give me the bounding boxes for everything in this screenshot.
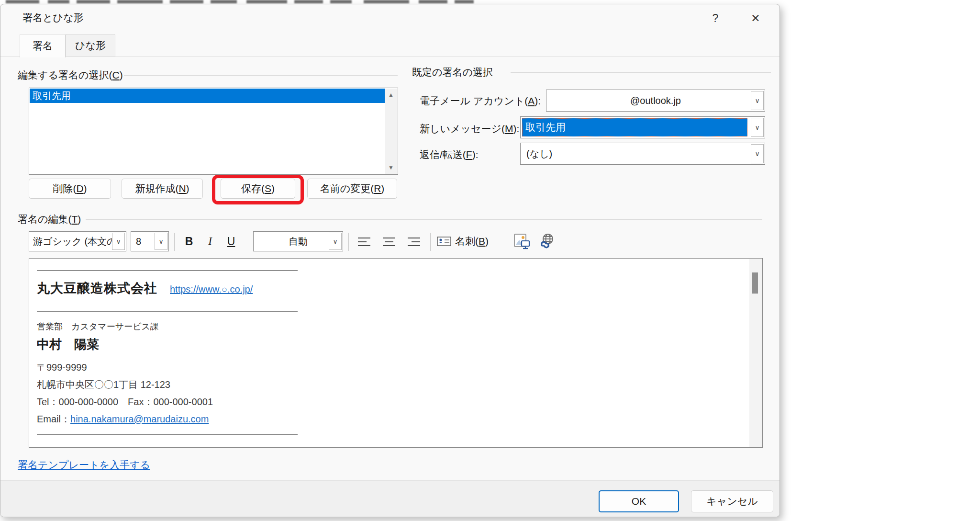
business-card-button[interactable]: 名刺(B)	[437, 231, 504, 251]
company-website-link[interactable]: https://www.○.co.jp/	[170, 284, 253, 295]
dialog-title: 署名とひな形	[22, 11, 83, 24]
ok-button[interactable]: OK	[599, 490, 679, 512]
reply-forward-label: 返信/転送(F):	[420, 148, 478, 161]
bold-button[interactable]: B	[179, 231, 199, 251]
font-color-select[interactable]: 自動 ∨	[253, 231, 343, 251]
address-line: 札幌市中央区〇〇1丁目 12-123	[37, 378, 170, 391]
insert-hyperlink-icon[interactable]	[535, 231, 558, 251]
toolbar-separator	[430, 233, 431, 251]
dialog-footer: OK キャンセル	[0, 480, 780, 517]
list-scrollbar[interactable]: ▲ ▼	[385, 89, 397, 174]
new-button[interactable]: 新規作成(N)	[122, 179, 203, 199]
toolbar-separator	[507, 233, 507, 251]
edit-signature-label: 署名の編集(T)	[18, 213, 81, 226]
chevron-down-icon[interactable]: ∨	[751, 118, 764, 137]
font-name: 游ゴシック (本文の	[33, 235, 117, 248]
chevron-down-icon[interactable]: ∨	[112, 233, 125, 250]
signature-divider	[37, 311, 298, 312]
signature-divider	[37, 270, 298, 271]
chevron-down-icon[interactable]: ∨	[155, 233, 167, 250]
scrollbar-thumb[interactable]	[752, 272, 758, 294]
group-divider	[511, 72, 771, 73]
email-label: Email：	[37, 414, 70, 424]
email-account-label: 電子メール アカウント(A):	[420, 94, 541, 108]
email-account-select[interactable]: @outlook.jp ∨	[546, 90, 765, 112]
toolbar-separator	[174, 233, 175, 251]
tab-signature[interactable]: 署名	[20, 34, 66, 57]
edit-select-label: 編集する署名の選択(C)	[18, 68, 123, 82]
email-link[interactable]: hina.nakamura@marudaizu.com	[70, 414, 209, 424]
person-name: 中村 陽菜	[37, 336, 99, 353]
new-message-select[interactable]: 取引先用 ∨	[520, 116, 765, 138]
company-name: 丸大豆醸造株式会社	[37, 280, 157, 297]
delete-button[interactable]: 削除(D)	[29, 179, 111, 199]
signature-editor[interactable]: 丸大豆醸造株式会社 https://www.○.co.jp/ 営業部 カスタマー…	[29, 258, 763, 448]
help-icon[interactable]: ?	[705, 9, 726, 27]
signature-divider	[37, 434, 298, 435]
scroll-down-icon[interactable]: ▼	[385, 161, 397, 174]
align-left-icon[interactable]	[354, 233, 375, 250]
chevron-down-icon[interactable]: ∨	[751, 91, 764, 110]
align-center-icon[interactable]	[379, 233, 400, 250]
italic-button[interactable]: I	[200, 231, 220, 251]
rename-button[interactable]: 名前の変更(R)	[307, 179, 397, 199]
reply-forward-value: (なし)	[526, 147, 552, 160]
underline-button[interactable]: U	[222, 231, 241, 251]
font-select[interactable]: 游ゴシック (本文の ∨	[29, 231, 126, 251]
toolbar-separator	[348, 233, 349, 251]
cancel-button[interactable]: キャンセル	[691, 490, 773, 512]
email-account-value: @outlook.jp	[630, 95, 681, 106]
signature-list[interactable]: 取引先用 ▲ ▼	[29, 88, 398, 175]
chevron-down-icon[interactable]: ∨	[329, 233, 342, 250]
close-icon[interactable]: ✕	[745, 9, 766, 27]
group-divider	[86, 219, 762, 220]
tab-divider	[0, 57, 780, 57]
list-item-selected[interactable]: 取引先用	[30, 89, 386, 103]
default-signature-label: 既定の署名の選択	[412, 66, 493, 79]
postal-code: 〒999-9999	[37, 361, 87, 374]
chevron-down-icon[interactable]: ∨	[751, 144, 764, 163]
save-button[interactable]: 保存(S)	[221, 179, 295, 199]
reply-forward-select[interactable]: (なし) ∨	[520, 143, 765, 165]
editor-scrollbar[interactable]	[749, 259, 762, 447]
tab-stationery[interactable]: ひな形	[66, 34, 115, 57]
font-size-value: 8	[136, 236, 141, 247]
font-size-select[interactable]: 8 ∨	[131, 231, 169, 251]
insert-picture-icon[interactable]	[511, 231, 534, 251]
department-line: 営業部 カスタマーサービス課	[37, 321, 159, 332]
tel-fax-line: Tel：000-000-0000 Fax：000-000-0001	[37, 396, 213, 408]
get-templates-link[interactable]: 署名テンプレートを入手する	[18, 458, 150, 472]
business-card-label: 名刺(B)	[455, 235, 489, 248]
new-message-value: 取引先用	[522, 118, 747, 136]
font-color-value: 自動	[289, 235, 308, 248]
group-divider	[124, 75, 398, 76]
signatures-dialog: 署名とひな形 ? ✕ 署名 ひな形 編集する署名の選択(C) 取引先用 ▲ ▼ …	[0, 4, 780, 517]
align-right-icon[interactable]	[403, 233, 424, 250]
business-card-icon	[437, 236, 451, 247]
scroll-up-icon[interactable]: ▲	[385, 89, 397, 101]
new-message-label: 新しいメッセージ(M):	[420, 122, 519, 136]
